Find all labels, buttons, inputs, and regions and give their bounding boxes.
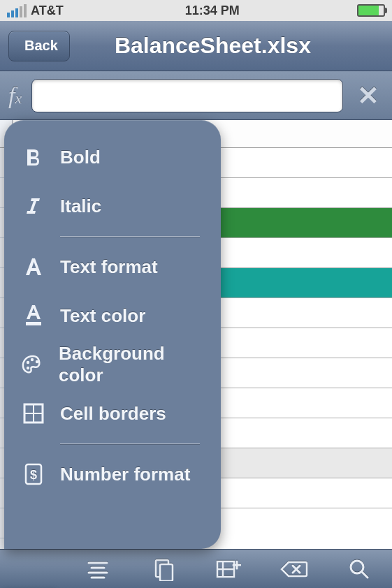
clipboard-icon: [153, 557, 174, 581]
menu-item-label: Italic: [60, 196, 101, 217]
format-popover: BoldItalicText formatText colorBackgroun…: [4, 120, 221, 549]
signal-icon: [7, 4, 27, 17]
align-button[interactable]: [81, 555, 115, 583]
formula-input[interactable]: [31, 79, 343, 112]
menu-item-italic[interactable]: Italic: [21, 182, 204, 230]
nav-header: Back BalanceSheet.xlsx: [0, 21, 392, 71]
delete-button[interactable]: [277, 555, 311, 583]
svg-line-14: [362, 572, 368, 578]
search-icon: [348, 558, 370, 580]
menu-item-text-color[interactable]: Text color: [21, 291, 204, 340]
text-color-icon: [21, 303, 46, 328]
menu-item-bold[interactable]: Bold: [21, 133, 204, 182]
back-button-label: Back: [24, 38, 58, 54]
align-icon: [86, 559, 110, 579]
svg-rect-15: [26, 322, 41, 325]
battery-icon: [357, 4, 385, 17]
svg-point-19: [27, 367, 29, 369]
back-button[interactable]: Back: [8, 31, 70, 61]
svg-point-16: [27, 361, 29, 364]
menu-separator: [60, 443, 200, 444]
menu-item-label: Bold: [60, 147, 101, 168]
page-title: BalanceSheet.xlsx: [42, 33, 384, 59]
formula-bar: fx ✕: [0, 71, 392, 120]
menu-item-text-format[interactable]: Text format: [21, 242, 204, 291]
carrier-label: AT&T: [31, 3, 64, 18]
bold-icon: [21, 145, 46, 170]
menu-item-label: Number format: [60, 464, 190, 485]
delete-tag-icon: [280, 559, 308, 579]
svg-point-17: [31, 358, 34, 361]
clock-label: 11:34 PM: [185, 3, 240, 18]
svg-rect-5: [160, 564, 173, 581]
clipboard-button[interactable]: [147, 555, 180, 583]
text-format-icon: [21, 254, 46, 279]
menu-item-number-format[interactable]: $Number format: [21, 450, 204, 499]
svg-point-18: [36, 360, 38, 363]
insert-button[interactable]: [212, 555, 245, 583]
menu-item-cell-borders[interactable]: Cell borders: [21, 389, 204, 438]
svg-text:$: $: [30, 468, 37, 482]
menu-item-label: Text format: [60, 256, 158, 278]
menu-item-label: Text color: [60, 305, 145, 327]
insert-cell-icon: [216, 559, 241, 580]
number-format-icon: $: [21, 462, 46, 487]
palette-icon: [21, 352, 45, 377]
italic-icon: [21, 193, 46, 219]
bottom-toolbar: [0, 549, 392, 588]
borders-icon: [21, 401, 46, 426]
menu-item-label: Cell borders: [60, 403, 166, 425]
clear-formula-button[interactable]: ✕: [353, 80, 384, 111]
search-button[interactable]: [342, 555, 376, 583]
menu-item-background-color[interactable]: Background color: [21, 340, 204, 389]
menu-separator: [60, 236, 200, 237]
menu-item-label: Background color: [59, 343, 204, 386]
status-left: AT&T: [7, 3, 68, 18]
fx-icon[interactable]: fx: [8, 82, 22, 109]
status-bar: AT&T 11:34 PM: [0, 0, 392, 21]
